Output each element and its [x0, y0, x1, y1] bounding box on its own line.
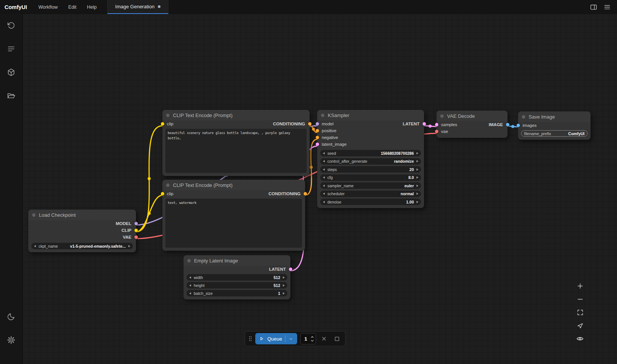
node-load-checkpoint[interactable]: Load Checkpoint MODEL CLIP VAE ckpt_name… — [28, 210, 136, 252]
increment-arrow-icon[interactable] — [416, 201, 418, 203]
toggle-panel-button[interactable] — [588, 2, 600, 12]
widget-denoise[interactable]: denoise 1.00 — [320, 199, 421, 205]
stop-button[interactable] — [332, 334, 342, 344]
input-dot-latent-image[interactable] — [316, 143, 319, 146]
widget-control-after-generate[interactable]: control_after_generate randomize — [320, 158, 421, 165]
cancel-run-button[interactable] — [319, 334, 329, 344]
input-dot-positive[interactable] — [316, 129, 319, 133]
input-dot-clip[interactable] — [161, 192, 164, 196]
sidebar-item-logs[interactable] — [4, 41, 19, 56]
widget-scheduler[interactable]: scheduler normal — [320, 191, 421, 197]
input-dot-model[interactable] — [316, 122, 319, 126]
input-dot-vae[interactable] — [435, 130, 438, 133]
widget-batch-size[interactable]: batch_size 1 — [187, 290, 287, 296]
zoom-in-button[interactable] — [574, 280, 586, 292]
widget-steps[interactable]: steps 20 — [320, 166, 421, 173]
settings-button[interactable] — [4, 332, 19, 347]
prev-value-arrow-icon[interactable] — [323, 193, 325, 195]
decrement-arrow-icon[interactable] — [189, 292, 191, 295]
widget-height[interactable]: height 512 — [187, 282, 287, 288]
increment-arrow-icon[interactable] — [283, 276, 285, 279]
main-menu-button[interactable] — [601, 2, 613, 12]
collapse-toggle-icon[interactable] — [522, 115, 525, 119]
sidebar-item-node-library[interactable] — [4, 65, 19, 80]
stepper-up-icon[interactable] — [310, 335, 314, 339]
widget-sampler-name[interactable]: sampler_name euler — [320, 182, 421, 189]
decrement-arrow-icon[interactable] — [189, 284, 191, 287]
menu-workflow[interactable]: Workflow — [33, 0, 63, 14]
sidebar-item-workflows[interactable] — [4, 88, 19, 103]
node-clip-text-encode-positive[interactable]: CLIP Text Encode (Prompt) clip CONDITION… — [162, 110, 310, 176]
chevron-down-icon[interactable] — [288, 336, 293, 341]
decrement-arrow-icon[interactable] — [323, 176, 325, 179]
increment-arrow-icon[interactable] — [416, 168, 418, 171]
output-dot-latent[interactable] — [289, 268, 292, 271]
output-dot-model[interactable] — [134, 222, 138, 225]
node-header[interactable]: CLIP Text Encode (Prompt) — [162, 110, 310, 120]
queue-control-bar: Queue 1 — [245, 331, 346, 346]
node-header[interactable]: VAE Decode — [437, 111, 507, 121]
collapse-toggle-icon[interactable] — [187, 259, 191, 262]
node-header[interactable]: Save Image — [518, 111, 591, 122]
tab-image-generation[interactable]: Image Generation — [107, 0, 168, 14]
node-ksampler[interactable]: KSampler model LATENT positive negative … — [317, 110, 424, 208]
sidebar-item-queue-history[interactable] — [4, 18, 19, 33]
menu-help[interactable]: Help — [82, 0, 102, 14]
prev-value-arrow-icon[interactable] — [323, 160, 325, 162]
widget-seed[interactable]: seed 156680208700286 — [320, 150, 421, 156]
decrement-arrow-icon[interactable] — [323, 168, 325, 171]
prompt-textarea[interactable]: text, watermark — [165, 199, 302, 248]
node-save-image[interactable]: Save Image images filename_prefix ComfyU… — [518, 111, 591, 140]
select-mode-button[interactable] — [574, 320, 586, 331]
toggle-link-visibility-button[interactable] — [574, 333, 586, 344]
menu-edit[interactable]: Edit — [63, 0, 82, 14]
input-dot-images[interactable] — [517, 124, 520, 127]
output-dot-conditioning[interactable] — [308, 122, 312, 126]
node-header[interactable]: CLIP Text Encode (Prompt) — [162, 180, 305, 190]
decrement-arrow-icon[interactable] — [189, 276, 191, 279]
collapse-toggle-icon[interactable] — [166, 184, 170, 187]
next-value-arrow-icon[interactable] — [416, 193, 418, 195]
output-dot-clip[interactable] — [134, 229, 138, 232]
next-value-arrow-icon[interactable] — [128, 245, 130, 247]
output-dot-latent[interactable] — [423, 122, 426, 126]
prompt-textarea[interactable]: beautiful scenery nature glass bottle la… — [165, 129, 307, 173]
output-dot-vae[interactable] — [134, 236, 138, 239]
node-header[interactable]: KSampler — [317, 110, 424, 120]
input-dot-clip[interactable] — [161, 122, 164, 126]
stepper-down-icon[interactable] — [310, 339, 314, 342]
batch-count-input[interactable]: 1 — [300, 333, 316, 344]
decrement-arrow-icon[interactable] — [323, 152, 325, 154]
node-header[interactable]: Empty Latent Image — [184, 255, 290, 266]
output-dot-conditioning[interactable] — [304, 192, 307, 196]
collapse-toggle-icon[interactable] — [166, 114, 170, 117]
decrement-arrow-icon[interactable] — [323, 201, 325, 203]
output-dot-image[interactable] — [506, 123, 509, 126]
node-vae-decode[interactable]: VAE Decode samples IMAGE vae — [437, 111, 507, 138]
widget-cfg[interactable]: cfg 8.0 — [320, 174, 421, 181]
collapse-toggle-icon[interactable] — [321, 114, 324, 117]
next-value-arrow-icon[interactable] — [416, 185, 418, 187]
widget-filename-prefix[interactable]: filename_prefix ComfyUI — [521, 130, 588, 137]
next-value-arrow-icon[interactable] — [416, 160, 418, 162]
node-header[interactable]: Load Checkpoint — [28, 210, 136, 220]
increment-arrow-icon[interactable] — [283, 284, 285, 287]
drag-handle-icon[interactable] — [248, 335, 252, 342]
node-empty-latent-image[interactable]: Empty Latent Image LATENT width 512 heig… — [184, 255, 290, 299]
theme-toggle-button[interactable] — [4, 309, 19, 324]
increment-arrow-icon[interactable] — [283, 292, 285, 295]
widget-width[interactable]: width 512 — [187, 274, 287, 281]
fit-view-button[interactable] — [574, 307, 586, 318]
input-dot-negative[interactable] — [316, 136, 319, 139]
input-dot-samples[interactable] — [435, 123, 438, 126]
node-clip-text-encode-negative[interactable]: CLIP Text Encode (Prompt) clip CONDITION… — [162, 180, 305, 251]
collapse-toggle-icon[interactable] — [32, 213, 35, 217]
zoom-out-button[interactable] — [574, 293, 586, 305]
prev-value-arrow-icon[interactable] — [323, 185, 325, 187]
increment-arrow-icon[interactable] — [416, 176, 418, 179]
prev-value-arrow-icon[interactable] — [34, 245, 36, 247]
queue-button[interactable]: Queue — [255, 333, 297, 344]
widget-ckpt-name[interactable]: ckpt_name v1-5-pruned-emaonly.safete... — [31, 243, 133, 249]
increment-arrow-icon[interactable] — [416, 152, 418, 154]
collapse-toggle-icon[interactable] — [440, 114, 444, 118]
